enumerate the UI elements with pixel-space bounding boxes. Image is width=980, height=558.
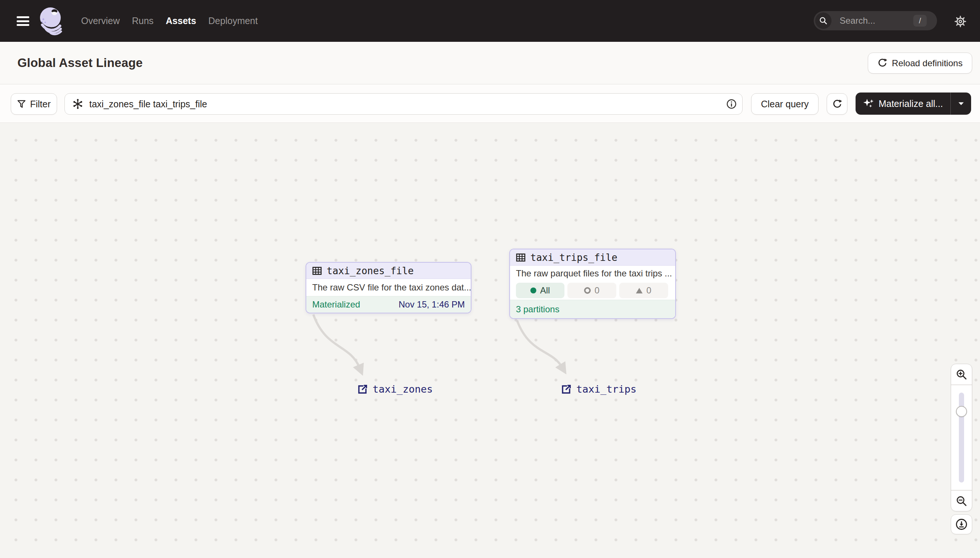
asset-selection-field [64,93,743,115]
asset-query-input[interactable] [89,98,723,110]
external-asset-taxi-zones[interactable]: taxi_zones [358,382,433,395]
filter-button[interactable]: Filter [11,93,57,115]
search-shortcut-badge: / [913,15,927,27]
asset-node-taxi-zones-file[interactable]: taxi_zones_file The raw CSV file for the… [306,262,471,313]
refresh-icon [832,99,842,109]
materialized-dot-icon [530,287,536,294]
hamburger-menu-button[interactable] [16,16,29,26]
zoom-controls [951,364,972,511]
external-asset-name: taxi_zones [372,383,433,395]
partitions-failed-count: 0 [595,285,599,295]
refresh-graph-button[interactable] [827,93,847,115]
asset-description: The raw parquet files for the taxi trips… [510,266,675,281]
asset-name: taxi_trips_file [530,252,618,263]
asset-status-footer: Materialized Nov 15, 1:46 PM [306,296,471,313]
partitions-materialized-count: All [540,285,550,295]
asset-name: taxi_zones_file [327,265,414,276]
edge-taxi-trips-file-to-taxi-trips [517,320,562,366]
asset-node-header: taxi_trips_file [510,249,675,266]
reload-definitions-label: Reload definitions [892,58,963,69]
table-icon [516,252,526,263]
search-input[interactable] [839,15,896,26]
partitions-failed-badge: 0 [567,283,616,298]
materialization-timestamp[interactable]: Nov 15, 1:46 PM [399,299,465,310]
partitions-materialized-badge: All [516,283,565,298]
zoom-in-button[interactable] [951,364,972,385]
materialized-status: Materialized [312,299,360,310]
materialize-all-label: Materialize all... [878,98,943,109]
caret-down-icon [958,102,964,106]
settings-button[interactable] [953,14,968,29]
query-info-button[interactable] [723,94,740,114]
filter-button-label: Filter [30,99,51,110]
download-graph-button[interactable] [951,514,972,534]
primary-nav: Overview Runs Assets Deployment [81,0,258,42]
edge-taxi-zones-file-to-taxi-zones [313,315,359,367]
download-icon [955,518,968,531]
dagster-global-asset-lineage: { "topbar": { "nav": [ {"label": "Overvi… [0,0,980,558]
lineage-edges [0,123,980,558]
partitions-missing-count: 0 [646,285,651,295]
lineage-toolbar: Filter Clear query [0,84,980,123]
asset-description: The raw CSV file for the taxi zones dat.… [306,279,471,296]
materialize-all-split-button: Materialize all... [856,92,971,115]
search-icon [815,13,832,29]
nav-tab-overview[interactable]: Overview [81,16,120,26]
zoom-out-button[interactable] [951,490,972,511]
table-icon [312,266,322,276]
refresh-icon [878,58,888,68]
external-asset-taxi-trips[interactable]: taxi_trips [562,382,637,395]
nav-tab-runs[interactable]: Runs [132,16,153,26]
external-asset-name: taxi_trips [576,383,637,395]
menu-icon [16,16,29,18]
external-link-icon [358,384,368,394]
funnel-icon [17,100,26,108]
zoom-slider[interactable] [951,385,972,490]
page-header: Global Asset Lineage Reload definitions [0,42,980,84]
lineage-canvas[interactable]: taxi_zones_file The raw CSV file for the… [0,123,980,558]
op-selector-icon [72,98,83,110]
zoom-out-icon [956,496,967,507]
page-title: Global Asset Lineage [17,42,143,84]
info-icon [726,99,737,109]
partition-health-row: All 0 0 [510,281,675,300]
gear-icon [954,15,967,28]
clear-query-label: Clear query [761,99,809,110]
dagster-logo[interactable] [38,6,66,36]
partitions-count[interactable]: 3 partitions [516,304,559,315]
menu-icon [16,24,29,26]
asset-node-header: taxi_zones_file [306,263,471,279]
external-link-icon [562,384,572,394]
clear-query-button[interactable]: Clear query [751,93,819,115]
top-navigation-bar: Overview Runs Assets Deployment / [0,0,980,42]
reload-definitions-button[interactable]: Reload definitions [868,53,972,74]
asset-node-taxi-trips-file[interactable]: taxi_trips_file The raw parquet files fo… [509,249,676,319]
missing-triangle-icon [636,288,642,294]
partitions-missing-badge: 0 [619,283,668,298]
nav-tab-assets[interactable]: Assets [166,16,196,26]
materialize-all-button[interactable]: Materialize all... [856,92,951,115]
failed-ring-icon [584,287,591,294]
global-search[interactable]: / [814,11,937,30]
zoom-slider-thumb[interactable] [956,406,967,417]
nav-tab-deployment[interactable]: Deployment [209,16,258,26]
materialize-dropdown-button[interactable] [951,92,971,115]
sparkle-icon [863,98,874,109]
zoom-in-icon [956,369,967,380]
asset-partitions-footer: 3 partitions [510,300,675,318]
menu-icon [16,20,29,22]
